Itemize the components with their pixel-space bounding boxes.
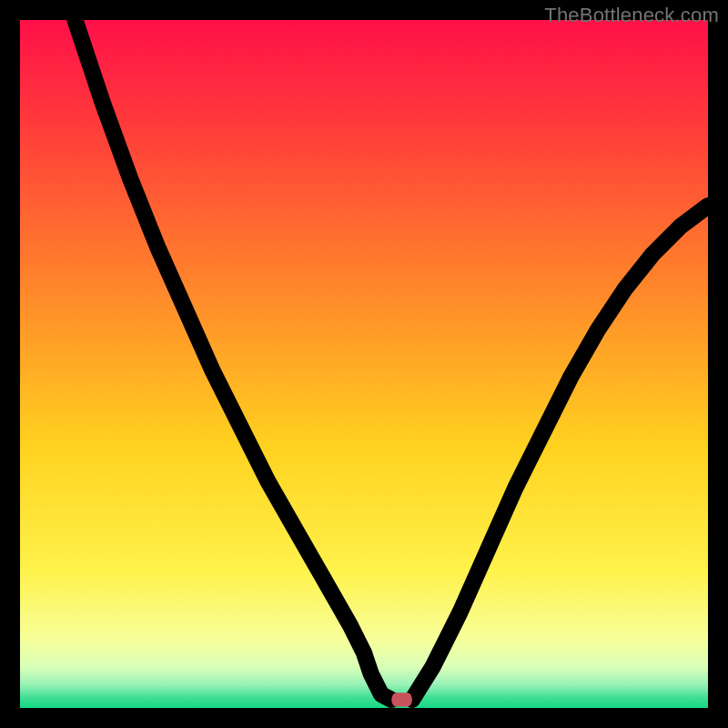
gradient-background — [20, 20, 708, 708]
plot-area — [20, 20, 708, 708]
chart-root: TheBottleneck.com — [0, 0, 728, 728]
watermark-text: TheBottleneck.com — [544, 4, 719, 27]
minimum-marker — [391, 693, 412, 706]
svg-rect-0 — [391, 693, 412, 706]
chart-svg — [20, 20, 708, 708]
